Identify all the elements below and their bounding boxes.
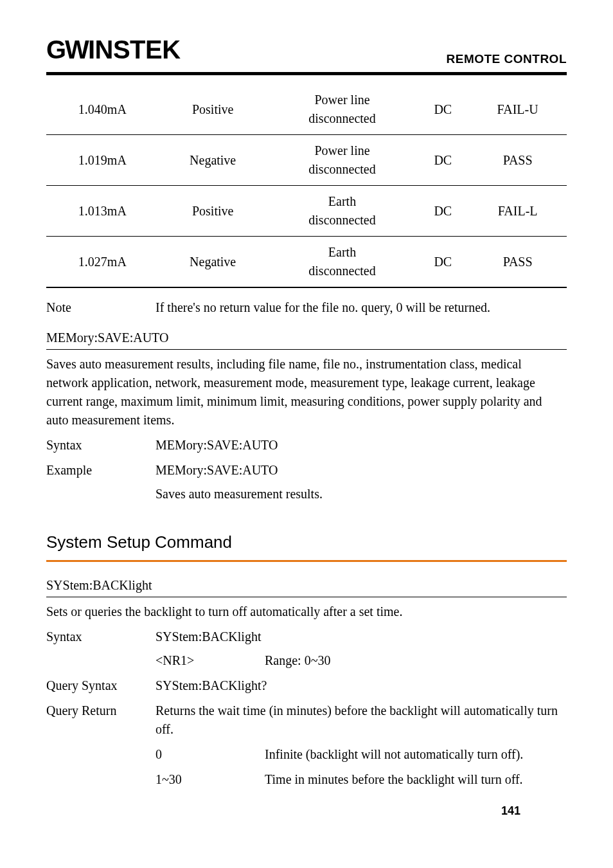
cell-condition: Earthdisconnected <box>267 186 418 237</box>
syntax-row: Syntax MEMory:SAVE:AUTO <box>46 436 567 455</box>
nr1-label: <NR1> <box>155 651 265 670</box>
query-return-value: Returns the wait time (in minutes) befor… <box>155 701 567 789</box>
query-syntax-value: SYStem:BACKlight? <box>155 676 567 695</box>
logo-gw-text: GW <box>46 31 88 68</box>
cell-value: 1.040mA <box>46 84 159 135</box>
syntax-value: SYStem:BACKlight <NR1> Range: 0~30 <box>155 628 567 670</box>
cell-mode: DC <box>417 186 468 237</box>
table-row: 1.040mA Positive Power linedisconnected … <box>46 84 567 135</box>
syntax-value: MEMory:SAVE:AUTO <box>155 436 567 455</box>
backlight-syntax-row: Syntax SYStem:BACKlight <NR1> Range: 0~3… <box>46 628 567 670</box>
cell-result: FAIL-U <box>468 84 567 135</box>
system-setup-heading: System Setup Command <box>46 530 567 562</box>
note-label: Note <box>46 298 155 317</box>
note-text: If there's no return value for the file … <box>155 298 567 317</box>
syntax-label: Syntax <box>46 628 155 670</box>
cell-result: FAIL-L <box>468 186 567 237</box>
cell-mode: DC <box>417 84 468 135</box>
syntax-label: Syntax <box>46 436 155 455</box>
cell-value: 1.027mA <box>46 237 159 288</box>
cell-condition: Power linedisconnected <box>267 84 418 135</box>
table-row: 1.013mA Positive Earthdisconnected DC FA… <box>46 186 567 237</box>
nr1-range: Range: 0~30 <box>265 651 567 670</box>
cell-condition: Power linedisconnected <box>267 135 418 186</box>
logo-instek-text: INSTEK <box>88 31 181 68</box>
cell-polarity: Negative <box>159 135 267 186</box>
brand-logo: GW INSTEK <box>46 31 181 68</box>
page-header: GW INSTEK REMOTE CONTROL <box>46 31 567 75</box>
memory-save-heading: MEMory:SAVE:AUTO <box>46 329 567 350</box>
page-number: 141 <box>501 802 520 819</box>
query-return-description: Returns the wait time (in minutes) befor… <box>155 701 567 739</box>
option-zero-label: 0 <box>155 745 265 764</box>
query-syntax-row: Query Syntax SYStem:BACKlight? <box>46 676 567 695</box>
table-row: 1.019mA Negative Power linedisconnected … <box>46 135 567 186</box>
cell-polarity: Positive <box>159 84 267 135</box>
example-row: Example MEMory:SAVE:AUTO Saves auto meas… <box>46 461 567 503</box>
query-syntax-label: Query Syntax <box>46 676 155 695</box>
cell-polarity: Positive <box>159 186 267 237</box>
backlight-heading: SYStem:BACKlight <box>46 576 567 597</box>
query-return-label: Query Return <box>46 701 155 789</box>
measurement-table: 1.040mA Positive Power linedisconnected … <box>46 84 567 288</box>
backlight-description: Sets or queries the backlight to turn of… <box>46 602 567 621</box>
example-value: MEMory:SAVE:AUTO Saves auto measurement … <box>155 461 567 503</box>
example-description: Saves auto measurement results. <box>155 485 567 503</box>
note-block: Note If there's no return value for the … <box>46 294 567 317</box>
query-return-row: Query Return Returns the wait time (in m… <box>46 701 567 789</box>
cell-mode: DC <box>417 237 468 288</box>
example-label: Example <box>46 461 155 503</box>
cell-result: PASS <box>468 135 567 186</box>
table-row: 1.027mA Negative Earthdisconnected DC PA… <box>46 237 567 288</box>
option-zero-text: Infinite (backlight will not automatical… <box>265 745 567 764</box>
cell-condition: Earthdisconnected <box>267 237 418 288</box>
cell-value: 1.013mA <box>46 186 159 237</box>
memory-save-description: Saves auto measurement results, includin… <box>46 355 567 429</box>
option-range-text: Time in minutes before the backlight wil… <box>265 770 567 789</box>
section-title: REMOTE CONTROL <box>447 50 567 68</box>
cell-result: PASS <box>468 237 567 288</box>
backlight-syntax-command: SYStem:BACKlight <box>155 628 567 646</box>
example-command: MEMory:SAVE:AUTO <box>155 461 567 480</box>
option-range-label: 1~30 <box>155 770 265 789</box>
cell-value: 1.019mA <box>46 135 159 186</box>
cell-mode: DC <box>417 135 468 186</box>
cell-polarity: Negative <box>159 237 267 288</box>
